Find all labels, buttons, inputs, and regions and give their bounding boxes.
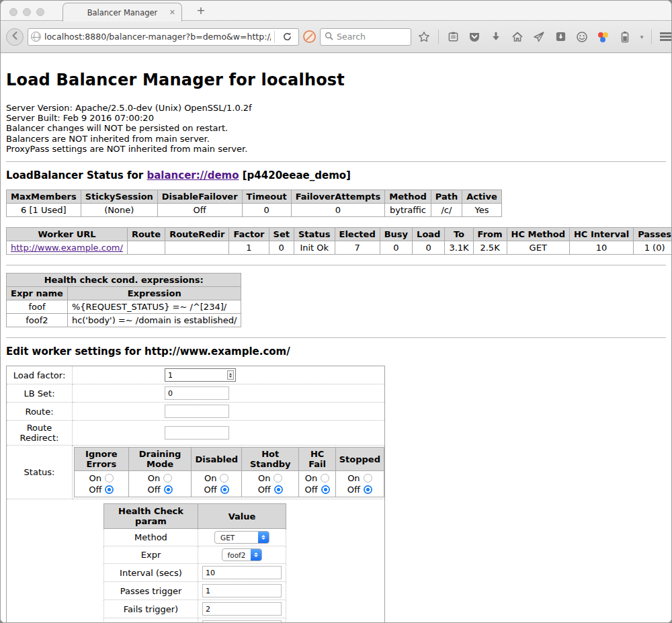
smiley-icon	[576, 31, 588, 43]
dropdown-caret-icon[interactable]: ▾	[638, 34, 646, 40]
route-row: Route:	[7, 403, 385, 421]
server-built: Server Built: Feb 9 2016 07:00:20	[6, 113, 666, 123]
tab-title: Balancer Manager	[87, 8, 158, 17]
route-redirect-row: Route Redirect:	[7, 421, 385, 446]
notice-balancers: Balancers are NOT inherited from main se…	[6, 134, 666, 144]
home-icon	[511, 31, 523, 43]
url-text[interactable]: localhost:8880/balancer-manager?b=demo&w…	[44, 32, 271, 42]
new-tab-button[interactable]: +	[193, 4, 209, 17]
load-factor-row: Load factor:	[7, 366, 385, 384]
page-content: Load Balancer Manager for localhost Serv…	[1, 53, 671, 623]
select-stepper-icon	[258, 532, 269, 543]
reload-button[interactable]	[278, 28, 296, 46]
status-cell-hc-fail: On Off	[299, 471, 335, 497]
balancer-table: MaxMembers StickySession DisableFailover…	[6, 190, 502, 217]
bookmark-star-button[interactable]	[415, 28, 433, 46]
balancer-link[interactable]: balancer://demo	[146, 169, 239, 181]
worker-url-link[interactable]: http://www.example.com/	[11, 243, 123, 253]
radio-hot-standby-off[interactable]	[274, 485, 283, 494]
radio-ignore-errors-on[interactable]	[105, 474, 114, 483]
hc-interval-input[interactable]	[202, 566, 282, 579]
divider	[6, 337, 666, 338]
status-cell-hot-standby: On Off	[242, 471, 299, 497]
radio-disabled-on[interactable]	[220, 474, 228, 483]
menu-icon	[660, 32, 672, 41]
battery-button[interactable]	[616, 28, 634, 46]
window-controls	[9, 8, 44, 16]
balancer-table-header: MaxMembers StickySession DisableFailover…	[7, 190, 502, 204]
hc-fails-input[interactable]	[202, 602, 282, 616]
search-input[interactable]	[337, 32, 404, 42]
edit-worker-form: Load factor: LB Set: Route: Route Redire…	[6, 366, 385, 623]
hc-method-row: Method GET	[104, 529, 286, 546]
bookmarks-menu-button[interactable]	[444, 28, 462, 46]
colored-dots-button[interactable]	[595, 28, 612, 46]
hc-uri-input[interactable]	[202, 620, 282, 623]
downloads-box-button[interactable]	[552, 28, 569, 46]
expr-table-title: Health check cond. expressions:	[7, 274, 241, 287]
lb-set-input[interactable]	[165, 386, 229, 400]
select-stepper-icon	[251, 549, 261, 560]
send-button[interactable]	[530, 28, 548, 46]
route-redirect-input[interactable]	[165, 426, 229, 440]
smiley-button[interactable]	[573, 28, 591, 46]
battery-icon	[621, 31, 629, 43]
browser-window: Balancer Manager ✕ + localhost:8880/bala…	[0, 0, 672, 623]
downloads-box-icon	[555, 31, 566, 42]
server-info: Server Version: Apache/2.5.0-dev (Unix) …	[6, 103, 666, 154]
radio-hc-fail-off[interactable]	[321, 485, 330, 494]
radio-hc-fail-on[interactable]	[321, 474, 329, 483]
radio-stopped-on[interactable]	[364, 474, 372, 483]
block-icon[interactable]	[303, 30, 316, 43]
hc-expr-select[interactable]: foof2	[222, 548, 263, 561]
browser-tab[interactable]: Balancer Manager ✕	[62, 3, 182, 22]
divider	[6, 265, 666, 265]
send-icon	[533, 31, 545, 43]
colored-dots-icon	[597, 31, 610, 43]
search-bar[interactable]	[320, 28, 411, 46]
route-input[interactable]	[165, 405, 229, 418]
expr-table-header: Expr name Expression	[7, 287, 241, 300]
status-cell-draining-mode: On Off	[128, 471, 192, 497]
hc-method-select[interactable]: GET	[214, 531, 269, 544]
pocket-icon	[468, 31, 480, 43]
radio-hot-standby-on[interactable]	[274, 474, 282, 483]
load-factor-input[interactable]	[165, 368, 236, 382]
home-button[interactable]	[509, 28, 526, 46]
radio-ignore-errors-off[interactable]	[105, 485, 114, 494]
health-check-table: Health Check param Value Method GET	[103, 503, 286, 623]
status-cell-ignore-errors: On Off	[75, 471, 129, 497]
radio-stopped-off[interactable]	[364, 485, 372, 494]
bookmarks-icon	[448, 31, 459, 42]
hc-fails-row: Fails trigger)	[104, 600, 286, 618]
status-cell-disabled: On Off	[192, 471, 242, 497]
status-row: Status: Ignore Errors Draining Mode Disa…	[7, 446, 385, 499]
notice-persist: Balancer changes will NOT be persisted o…	[6, 123, 666, 133]
worker-table-row: http://www.example.com/ 1 0 Init Ok 7 0 …	[7, 241, 672, 255]
notice-proxypass: ProxyPass settings are NOT inherited fro…	[6, 144, 666, 154]
number-stepper-icon[interactable]	[227, 370, 234, 380]
url-bar[interactable]: localhost:8880/balancer-manager?b=demo&w…	[28, 28, 299, 46]
page-title: Load Balancer Manager for localhost	[6, 71, 666, 89]
server-version: Server Version: Apache/2.5.0-dev (Unix) …	[6, 103, 666, 113]
hc-passes-input[interactable]	[202, 584, 282, 597]
nav-toolbar: localhost:8880/balancer-manager?b=demo&w…	[1, 21, 671, 53]
edit-worker-heading: Edit worker settings for http://www.exam…	[6, 345, 666, 358]
pocket-button[interactable]	[466, 28, 483, 46]
menu-button[interactable]	[657, 28, 672, 46]
lb-set-row: LB Set:	[7, 384, 385, 403]
radio-draining-mode-on[interactable]	[163, 474, 172, 483]
route-redirect-label: Route Redirect:	[7, 421, 73, 446]
zoom-window-button[interactable]	[36, 8, 44, 16]
radio-draining-mode-off[interactable]	[164, 485, 173, 494]
back-button[interactable]	[6, 28, 24, 46]
download-button[interactable]	[487, 28, 505, 46]
hc-interval-row: Interval (secs)	[104, 564, 286, 582]
hc-params-row: Health Check param Value Method GET	[7, 499, 385, 623]
radio-disabled-off[interactable]	[220, 485, 229, 494]
close-tab-icon[interactable]: ✕	[169, 8, 175, 17]
minimize-window-button[interactable]	[23, 8, 31, 16]
load-factor-label: Load factor:	[7, 366, 73, 384]
reload-icon	[282, 32, 292, 42]
close-window-button[interactable]	[9, 8, 17, 16]
